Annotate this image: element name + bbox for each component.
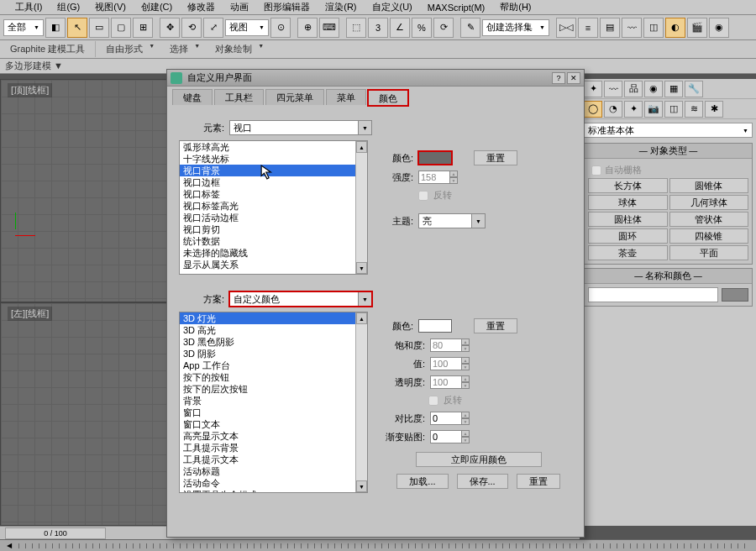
curve-editor-button[interactable]: 〰 [622,18,642,38]
element-combo[interactable]: 视口▼ [229,120,372,135]
window-crossing-button[interactable]: ⊞ [133,18,153,38]
systems-icon[interactable]: ✱ [705,101,723,118]
graphite-modeling-tab[interactable]: Graphite 建模工具 [0,41,96,57]
menu-maxscript[interactable]: MAXScript(M) [421,3,491,13]
list-item[interactable]: 未选择的隐藏线 [180,247,367,259]
select-manipulate-button[interactable]: ⊕ [297,18,318,38]
object-color-swatch[interactable] [722,288,748,302]
contrast-spinner[interactable]: 0▲▼ [430,412,462,425]
reset-all-button[interactable]: 重置 [517,474,560,489]
scroll-up-icon[interactable]: ▲ [356,141,367,153]
list-item[interactable]: App 工作台 [180,359,367,371]
list-item[interactable]: 3D 高光 [180,324,367,336]
object-name-input[interactable] [588,287,718,302]
menu-create[interactable]: 创建(C) [134,1,179,13]
plane-button[interactable]: 平面 [669,245,749,260]
spacewarps-icon[interactable]: ≋ [685,101,703,118]
select-by-name-button[interactable]: ▭ [89,18,109,38]
named-selection-dropdown[interactable]: 创建选择集▼ [482,19,549,36]
select-object-button[interactable]: ↖ [67,18,87,38]
dialog-titlebar[interactable]: 自定义用户界面 ? ✕ [167,70,584,87]
list-item[interactable]: 3D 灯光 [180,312,367,324]
box-button[interactable]: 长方体 [588,178,668,193]
use-pivot-button[interactable]: ⊙ [270,18,291,38]
tab-quads[interactable]: 四元菜单 [265,89,324,105]
color-swatch-1[interactable] [418,151,452,165]
list-item[interactable]: 统计数据 [180,235,367,247]
list-item[interactable]: 工具提示背景 [180,442,367,454]
name-color-header[interactable]: — 名称和颜色 — [585,269,752,284]
list-item[interactable]: 活动标题 [180,465,367,477]
freeform-tab[interactable]: 自由形式 [96,41,160,57]
schematic-view-button[interactable]: ◫ [643,18,664,38]
named-sel-edit-button[interactable]: ✎ [460,18,480,38]
viewport-top-label[interactable]: [顶][线框] [8,83,52,97]
scheme-combo[interactable]: 自定义颜色▼ [229,291,372,307]
list-item[interactable]: 设置工具生命标式 [180,489,367,493]
menu-tools[interactable]: 工具(I) [8,1,49,13]
list-item[interactable]: 背景 [180,395,367,407]
list-item[interactable]: 视口标签 [180,188,367,200]
menu-animation[interactable]: 动画 [223,1,255,13]
scheme-items-listbox[interactable]: 3D 灯光3D 高光3D 黑色阴影3D 阴影App 工作台按下的按钮按下的层次按… [179,312,368,493]
dialog-close-button[interactable]: ✕ [567,72,580,84]
list-item[interactable]: 显示从属关系 [180,259,367,270]
list-item[interactable]: 按下的按钮 [180,371,367,383]
tube-button[interactable]: 管状体 [669,212,749,227]
motion-panel-icon[interactable]: ◉ [644,81,663,97]
list-item[interactable]: 窗口 [180,407,367,418]
geometry-icon[interactable]: ◯ [584,101,602,118]
pyramid-button[interactable]: 四棱锥 [669,228,749,244]
teapot-button[interactable]: 茶壶 [588,245,668,260]
display-panel-icon[interactable]: ▦ [664,81,683,97]
list-item[interactable]: 窗口文本 [180,418,367,430]
scale-button[interactable]: ⤢ [203,18,223,38]
list-item[interactable]: 视口剪切 [180,223,367,235]
move-button[interactable]: ✥ [160,18,180,38]
element-items-listbox[interactable]: 弧形球高光十字线光标视口背景视口边框视口标签视口标签高光视口活动边框视口剪切统计… [179,140,368,275]
gradient-spinner[interactable]: 0▲▼ [430,430,462,443]
scroll-down-icon[interactable]: ▼ [356,480,367,492]
tab-toolbars[interactable]: 工具栏 [214,89,264,105]
load-colors-button[interactable]: 加载... [396,474,448,489]
reset-color-button-2[interactable]: 重置 [474,318,517,333]
tab-keyboard[interactable]: 键盘 [172,89,213,105]
cameras-icon[interactable]: 📷 [644,101,663,118]
menu-help[interactable]: 帮助(H) [493,1,538,13]
layer-manager-button[interactable]: ▤ [600,18,620,38]
menu-modifiers[interactable]: 修改器 [181,1,222,13]
intensity-spinner[interactable]: 158▲▼ [418,171,450,184]
cylinder-button[interactable]: 圆柱体 [588,212,668,227]
modify-panel-icon[interactable]: 〰 [604,81,622,97]
angle-snap-button[interactable]: ∠ [390,18,410,38]
time-slider[interactable]: 0 / 100 [5,527,106,539]
menu-group[interactable]: 组(G) [50,1,87,13]
selection-tab[interactable]: 选择 [160,41,205,57]
menu-customize[interactable]: 自定义(U) [365,1,419,13]
theme-combo[interactable]: 亮▼ [418,213,486,228]
color-swatch-2[interactable] [418,319,452,333]
list-item[interactable]: 视口标签高光 [180,200,367,212]
list-item[interactable]: 视口边框 [180,176,367,188]
list-item[interactable]: 视口活动边框 [180,212,367,223]
list-item[interactable]: 工具提示文本 [180,454,367,465]
menu-graph-editors[interactable]: 图形编辑器 [257,1,317,13]
object-paint-tab[interactable]: 对象绘制 [205,41,269,57]
reset-color-button-1[interactable]: 重置 [474,150,517,165]
torus-button[interactable]: 圆环 [588,228,668,244]
align-button[interactable]: ≡ [578,18,598,38]
list-item[interactable]: 高亮显示文本 [180,430,367,442]
dialog-help-button[interactable]: ? [552,72,565,84]
scroll-up-icon[interactable]: ▲ [356,312,367,324]
list-item[interactable]: 按下的层次按钮 [180,383,367,395]
lights-icon[interactable]: ✦ [624,101,643,118]
render-frame-button[interactable]: ◉ [709,18,729,38]
list-item[interactable]: 活动命令 [180,477,367,489]
list-item[interactable]: 视口背景 [180,165,367,176]
tab-colors[interactable]: 颜色 [368,90,408,106]
percent-snap-button[interactable]: % [412,18,432,38]
snap-3d-button[interactable]: 3 [368,18,388,38]
list-item[interactable]: 弧形球高光 [180,141,367,153]
create-subcategory-dropdown[interactable]: 标准基本体 [584,123,753,138]
mirror-button[interactable]: ▷◁ [556,18,576,38]
